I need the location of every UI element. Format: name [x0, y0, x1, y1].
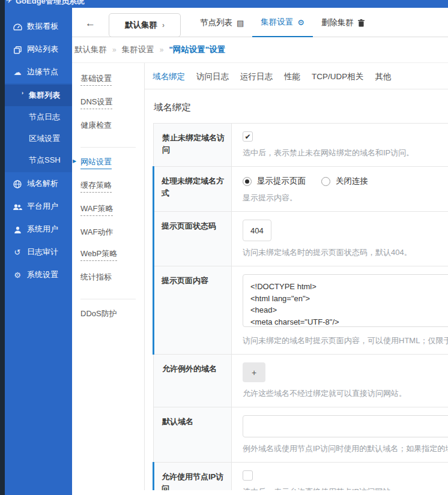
list-icon: ▤ [237, 19, 244, 28]
sidebar-item-cluster-list[interactable]: › 集群列表 [5, 85, 72, 106]
cluster-name: 默认集群 [125, 20, 157, 31]
globe-icon [13, 179, 22, 188]
history-icon: ↺ [13, 248, 22, 257]
user-icon [13, 224, 22, 233]
nav-divider [80, 147, 136, 148]
settings-nav: 基础设置 DNS设置 健康检查 ▶网站设置 缓存策略 WAF策略 WAF动作 W… [72, 63, 144, 490]
sidebar-item-platform-users[interactable]: 平台用户 [5, 195, 72, 218]
form-row-default-domain: 默认域名 例外域名或使用节点IP访问时使用的默认域名；如果指定的域名 [154, 407, 448, 463]
tab-tcp-udp[interactable]: TCP/UDP相关 [312, 71, 363, 82]
cluster-toolbar: ← 默认集群 › 节点列表 ▤ 集群设置 ⚙ 删除集群 [72, 8, 448, 37]
nav-waf-policy[interactable]: WAF策略 [80, 203, 113, 216]
sidebar-item-regions[interactable]: 区域设置 [5, 128, 72, 149]
section-title: 域名绑定 [153, 89, 448, 123]
breadcrumb-cluster-settings[interactable]: 集群设置 [122, 44, 154, 55]
form-row-status-code: 提示页面状态码 访问未绑定域名时的提示页面状态码，默认404。 [154, 212, 448, 266]
tab-performance[interactable]: 性能 [284, 71, 300, 82]
nav-dns-settings[interactable]: DNS设置 [80, 97, 112, 109]
nav-health-check[interactable]: 健康检查 [80, 120, 112, 131]
sidebar-subitem-label: 节点日志 [29, 112, 60, 121]
sidebar-item-label: 网站列表 [27, 44, 58, 55]
row-label: 允许例外的域名 [154, 355, 232, 407]
cluster-selector-tab[interactable]: 默认集群 › [109, 13, 181, 37]
row-label: 默认域名 [154, 407, 232, 463]
tab-label: 删除集群 [321, 17, 354, 28]
tab-runtime-log[interactable]: 运行日志 [240, 71, 273, 82]
nav-website-settings[interactable]: ▶网站设置 [80, 157, 112, 169]
sidebar-item-label: 平台用户 [27, 201, 58, 212]
form-row-page-content: 提示页面内容 <!DOCTYPE html> <html lang="en"> … [154, 266, 448, 355]
sidebar-item-dashboard[interactable]: 数据看板 [5, 15, 72, 38]
sidebar-item-label: 域名解析 [27, 178, 58, 189]
row-description: 访问未绑定域名时的提示页面状态码，默认404。 [243, 247, 448, 258]
main-area: ← 默认集群 › 节点列表 ▤ 集群设置 ⚙ 删除集群 默认集群 » 集群设置 … [72, 8, 448, 495]
radio-icon [243, 177, 252, 186]
breadcrumb-cluster[interactable]: 默认集群 [74, 44, 107, 55]
nav-cache-policy[interactable]: 缓存策略 [80, 180, 112, 193]
sidebar-item-label: 系统设置 [27, 269, 58, 280]
row-description: 允许这些域名不经过绑定就可以直接访问网站。 [243, 388, 448, 399]
breadcrumb-separator: » [112, 46, 117, 54]
sidebar: 数据看板 网站列表 ☁ 边缘节点 › 集群列表 节点日志 区域设置 节点SSH … [5, 8, 72, 495]
breadcrumb-current: "网站设置"设置 [169, 44, 225, 55]
tab-other[interactable]: 其他 [375, 71, 391, 82]
sidebar-item-audit-logs[interactable]: ↺ 日志审计 [5, 241, 72, 263]
sidebar-item-dns[interactable]: 域名解析 [5, 172, 72, 195]
row-description: 选中后，表示禁止未在网站绑定的域名和IP访问。 [243, 148, 448, 158]
radio-label: 关闭连接 [336, 176, 368, 187]
radio-close-connection[interactable]: 关闭连接 [321, 176, 368, 187]
nav-metrics[interactable]: 统计指标 [80, 272, 112, 283]
status-code-input[interactable] [243, 220, 271, 241]
sidebar-subitem-label: 节点SSH [29, 155, 61, 164]
sidebar-item-node-ssh[interactable]: 节点SSH [5, 149, 72, 171]
app-header: ✈ GoEdge管理员系统 [0, 0, 448, 8]
tab-delete-cluster[interactable]: 删除集群 [313, 10, 373, 37]
gear-icon: ⚙ [13, 271, 22, 280]
form-row-allow-node-ip: 允许使用节点IP访问 选中后，表示允许直接使用节点IP访问网站。 [154, 463, 448, 491]
radio-icon [321, 177, 330, 186]
add-domain-button[interactable]: + [243, 362, 265, 382]
breadcrumb-separator: » [160, 46, 164, 54]
tab-domain-binding[interactable]: 域名绑定 [153, 71, 185, 82]
chevron-right-icon: › [22, 90, 23, 96]
sidebar-item-sites[interactable]: 网站列表 [5, 38, 72, 61]
sidebar-subitem-label: 区域设置 [29, 134, 60, 143]
row-description: 选中后，表示允许直接使用节点IP访问网站。 [243, 487, 448, 490]
sidebar-subitem-label: 集群列表 [29, 91, 60, 100]
tab-access-log[interactable]: 访问日志 [196, 71, 229, 82]
row-description: 访问未绑定的域名时提示页面内容，可以使用HTML；仅限于HT [243, 335, 448, 346]
check-icon: ✔ [244, 133, 250, 141]
form-row-forbid-unbound: 禁止未绑定域名访问 ✔ 选中后，表示禁止未在网站绑定的域名和IP访问。 [154, 124, 448, 167]
trash-icon [358, 19, 365, 27]
users-icon [13, 202, 22, 211]
row-description: 显示提示内容。 [243, 193, 448, 203]
radio-label: 显示提示页面 [257, 176, 306, 187]
default-domain-input[interactable] [243, 415, 448, 437]
left-dark-rail [0, 0, 5, 495]
app-title: GoEdge管理员系统 [16, 0, 85, 7]
form-row-unbound-mode: 处理未绑定域名方式 显示提示页面 关闭连接 显示提 [154, 167, 448, 212]
tab-cluster-settings[interactable]: 集群设置 ⚙ [252, 10, 313, 37]
content-panel: 域名绑定 访问日志 运行日志 性能 TCP/UDP相关 其他 域名绑定 禁止未绑… [144, 63, 448, 490]
nav-webp-policy[interactable]: WebP策略 [80, 248, 117, 261]
row-label: 处理未绑定域名方式 [154, 167, 232, 212]
allow-node-ip-checkbox[interactable] [243, 470, 253, 481]
sites-icon [13, 44, 22, 53]
sidebar-item-edge-nodes[interactable]: ☁ 边缘节点 [5, 61, 72, 83]
nav-ddos-protection[interactable]: DDoS防护 [80, 308, 117, 319]
settings-form: 禁止未绑定域名访问 ✔ 选中后，表示禁止未在网站绑定的域名和IP访问。 处理未绑… [153, 123, 448, 490]
nav-basic-settings[interactable]: 基础设置 [80, 73, 112, 86]
back-button[interactable]: ← [85, 11, 104, 37]
sidebar-item-node-logs[interactable]: 节点日志 [5, 106, 72, 128]
breadcrumb: 默认集群 » 集群设置 » "网站设置"设置 [72, 37, 448, 63]
sidebar-submenu-edge: › 集群列表 节点日志 区域设置 节点SSH [5, 83, 72, 172]
cloud-icon: ☁ [13, 68, 22, 77]
sidebar-item-system-users[interactable]: 系统用户 [5, 218, 72, 241]
forbid-unbound-checkbox[interactable]: ✔ [243, 131, 253, 142]
page-content-textarea[interactable]: <!DOCTYPE html> <html lang="en"> <head> … [243, 274, 448, 327]
row-description: 例外域名或使用节点IP访问时使用的默认域名；如果指定的域名 [243, 443, 448, 454]
sidebar-item-system-settings[interactable]: ⚙ 系统设置 [5, 263, 72, 286]
radio-show-prompt-page[interactable]: 显示提示页面 [243, 176, 306, 187]
nav-waf-actions[interactable]: WAF动作 [80, 227, 113, 238]
tab-node-list[interactable]: 节点列表 ▤ [192, 10, 252, 37]
